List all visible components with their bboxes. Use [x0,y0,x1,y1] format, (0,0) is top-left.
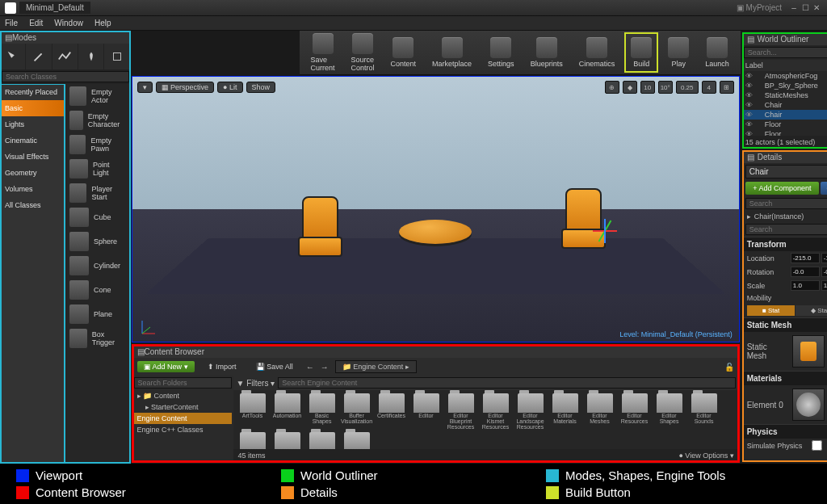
modes-tab[interactable]: ▤ Modes [0,31,131,44]
rot-y[interactable] [821,267,827,277]
folder-item[interactable]: Editor Shapes [653,393,686,430]
folder-item[interactable]: Editor Kismet Resources [480,393,512,430]
category-item[interactable]: Visual Effects [0,149,65,165]
loc-x[interactable] [791,253,820,263]
viewport-menu[interactable]: ▾ [137,82,153,93]
add-new-button[interactable]: ▣ Add New ▾ [137,361,195,372]
placeable-item[interactable]: Empty Character [65,108,131,132]
folder-item[interactable]: Editor [410,393,443,430]
details-tab[interactable]: ▤ Details [742,150,827,163]
placeable-item[interactable]: Cube [65,205,131,229]
transform-header[interactable]: Transform [742,237,827,251]
category-item[interactable]: Volumes [0,181,65,197]
folder-item[interactable]: ArtTools [237,393,269,430]
folder-item[interactable]: Engine Damage Types [341,432,373,449]
geometry-mode-icon[interactable] [104,44,130,69]
folder-item[interactable]: Editor Blueprint Resources [445,393,477,430]
menu-window[interactable]: Window [54,19,83,27]
placeable-item[interactable]: Empty Pawn [65,132,131,157]
folder-item[interactable]: EditorShell Resources [237,432,269,449]
outliner-row[interactable]: 👁BP_Sky_SphereEdit BP_Sky... [742,81,827,90]
category-item[interactable]: Cinematic [0,132,65,149]
mobility-static[interactable]: ■ Stat [747,305,796,316]
actor-name-input[interactable] [745,165,827,178]
save-button[interactable]: Save Current [308,32,338,74]
outliner-row[interactable]: 👁FloorStaticMeshAct [742,120,827,129]
folder-item[interactable]: Editor Materials [549,393,581,430]
settings-button[interactable]: Settings [485,36,518,69]
category-item[interactable]: Recently Placed [0,84,65,100]
menu-edit[interactable]: Edit [29,19,43,27]
materials-header[interactable]: Materials [742,371,827,385]
blueprint-add-button[interactable]: ⚙ Blueprint/Add Sc [821,182,827,195]
content-browser-tab[interactable]: ▤ Content Browser [132,345,739,358]
market-button[interactable]: Marketplace [429,36,475,69]
scm-button[interactable]: Source Control [348,32,378,74]
cine-button[interactable]: Cinematics [576,36,619,69]
folder-item[interactable]: Basic Shapes [306,393,338,430]
snap-angle[interactable]: 10° [658,81,673,94]
component-search-input[interactable] [745,198,827,209]
add-component-button[interactable]: + Add Component [745,182,820,195]
placeable-item[interactable]: Point Light [65,157,131,181]
outliner-row[interactable]: 👁AtmosphericFogAtmosphericF [742,71,827,81]
material-thumbnail[interactable] [792,388,825,421]
tree-node[interactable]: Engine C++ Classes [134,424,232,435]
launch-button[interactable]: Launch [702,36,733,69]
folder-item[interactable]: Editor Shaders [271,432,304,449]
import-button[interactable]: ⬆ Import [201,361,243,372]
menu-file[interactable]: File [5,19,18,27]
folder-item[interactable]: Editor Landscape Resources [514,393,547,430]
lit-dropdown[interactable]: ● Lit [217,82,242,93]
transform-tool-icon[interactable]: ⊕ [605,81,619,94]
folder-item[interactable]: Engine_MI_Shaders [306,432,338,449]
nav-back-icon[interactable]: ← [306,363,314,372]
scale-y[interactable] [821,280,827,291]
outliner-search-input[interactable] [744,47,827,58]
static-mesh-header[interactable]: Static Mesh [742,317,827,332]
tree-node[interactable]: ▸ 📁 Content [134,390,232,401]
placeable-item[interactable]: Plane [65,302,131,326]
placeable-item[interactable]: Box Trigger [65,326,131,351]
outliner-tab[interactable]: ▤ World Outliner [742,32,827,45]
breadcrumb[interactable]: 📁 Engine Content ▸ [335,360,417,373]
physics-header[interactable]: Physics [742,424,827,439]
instance-row[interactable]: ▸ Chair(Instance) [742,211,827,222]
category-item[interactable]: All Classes [0,197,65,213]
details-search-input[interactable] [745,224,827,235]
category-item[interactable]: Lights [0,116,65,132]
bp-button[interactable]: Blueprints [527,36,566,69]
viewport-canvas[interactable] [132,77,739,342]
col-label[interactable]: Label [745,61,827,69]
mobility-stationary[interactable]: ◆ Stat [796,305,827,316]
folder-item[interactable]: Editor Sounds [688,393,720,430]
folder-item[interactable]: Editor Resources [619,393,651,430]
camera-speed[interactable]: 4 [702,81,716,94]
loc-y[interactable] [821,253,827,263]
play-button[interactable]: Play [665,36,692,69]
view-options-button[interactable]: ● View Options ▾ [678,452,733,460]
placeable-item[interactable]: Sphere [65,229,131,254]
folder-item[interactable]: Certificates [376,393,408,430]
placeable-item[interactable]: Cylinder [65,254,131,278]
modes-search-input[interactable] [2,71,129,82]
scale-x[interactable] [791,280,820,291]
foliage-mode-icon[interactable] [78,44,104,69]
landscape-mode-icon[interactable] [52,44,78,69]
coord-toggle-icon[interactable]: ◆ [623,81,637,94]
menu-help[interactable]: Help [94,19,111,27]
viewport-maximize-icon[interactable]: ⊞ [720,81,734,94]
save-all-button[interactable]: 💾 Save All [250,361,300,372]
show-dropdown[interactable]: Show [246,82,276,93]
placeable-item[interactable]: Empty Actor [65,84,131,108]
tree-node[interactable]: Engine Content [134,413,232,424]
category-item[interactable]: Geometry [0,165,65,181]
outliner-row[interactable]: 👁FloorStaticMeshAct [742,129,827,136]
outliner-row[interactable]: 👁ChairStaticMeshAct [742,110,827,120]
perspective-dropdown[interactable]: ▦ Perspective [156,82,215,93]
tree-node[interactable]: ▸ StarterContent [134,401,232,413]
folder-item[interactable]: Automation [271,393,304,430]
category-item[interactable]: Basic [0,100,65,116]
snap-scale[interactable]: 0.25 [676,81,699,94]
folder-search-input[interactable] [134,377,232,388]
